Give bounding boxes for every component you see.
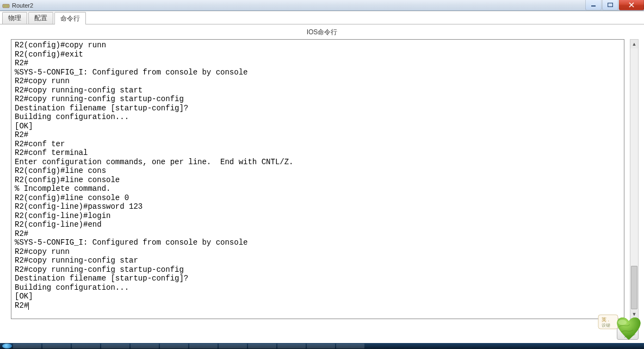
- window-titlebar: Router2: [0, 0, 644, 11]
- svg-point-2: [5, 5, 7, 7]
- taskbar-item[interactable]: [131, 344, 159, 348]
- cli-section-title: IOS命令行: [0, 24, 644, 39]
- close-button[interactable]: [619, 0, 644, 10]
- tab-label: 物理: [8, 14, 21, 23]
- window-controls: [585, 0, 644, 11]
- app-icon: [2, 2, 10, 9]
- tab-label: 配置: [34, 14, 47, 23]
- svg-point-9: [618, 320, 627, 325]
- tab-cli[interactable]: 命令行: [54, 12, 86, 24]
- tab-row: 物理 配置 命令行: [0, 11, 644, 24]
- windows-taskbar[interactable]: [0, 343, 644, 349]
- copy-button-label: 复: [624, 329, 631, 339]
- tab-label: 命令行: [60, 14, 80, 23]
- copy-button[interactable]: 复: [617, 328, 639, 340]
- ime-sub-text: 设键: [602, 323, 610, 328]
- start-button[interactable]: [2, 344, 12, 348]
- taskbar-item[interactable]: [101, 344, 129, 348]
- taskbar-item[interactable]: [42, 344, 71, 348]
- maximize-button[interactable]: [602, 0, 618, 10]
- app-body: 物理 配置 命令行 IOS命令行 R2(config)#copy runn R2…: [0, 11, 644, 343]
- taskbar-item[interactable]: [248, 344, 276, 348]
- svg-point-1: [4, 5, 5, 7]
- scroll-thumb[interactable]: [631, 266, 637, 309]
- tab-config[interactable]: 配置: [28, 12, 53, 24]
- minimize-button[interactable]: [585, 0, 602, 10]
- window-title: Router2: [12, 2, 33, 9]
- terminal-container: R2(config)#copy runn R2(config)#exit R2#…: [11, 39, 624, 319]
- scroll-up-arrow-icon[interactable]: ▲: [630, 40, 638, 48]
- bottom-button-row: 复: [617, 328, 639, 340]
- taskbar-item[interactable]: [336, 344, 364, 348]
- scroll-down-arrow-icon[interactable]: ▼: [630, 310, 638, 319]
- taskbar-item[interactable]: [160, 344, 188, 348]
- svg-rect-4: [591, 5, 596, 7]
- tab-physical[interactable]: 物理: [2, 12, 27, 24]
- taskbar-item[interactable]: [72, 344, 100, 348]
- taskbar-item[interactable]: [307, 344, 335, 348]
- svg-rect-5: [608, 3, 613, 7]
- taskbar-item[interactable]: [219, 344, 247, 348]
- taskbar-item[interactable]: [13, 344, 41, 348]
- terminal-scrollbar[interactable]: ▲ ▼: [630, 39, 639, 319]
- svg-point-3: [7, 5, 8, 7]
- taskbar-item[interactable]: [277, 344, 306, 348]
- taskbar-item[interactable]: [189, 344, 218, 348]
- terminal-output[interactable]: R2(config)#copy runn R2(config)#exit R2#…: [11, 40, 624, 319]
